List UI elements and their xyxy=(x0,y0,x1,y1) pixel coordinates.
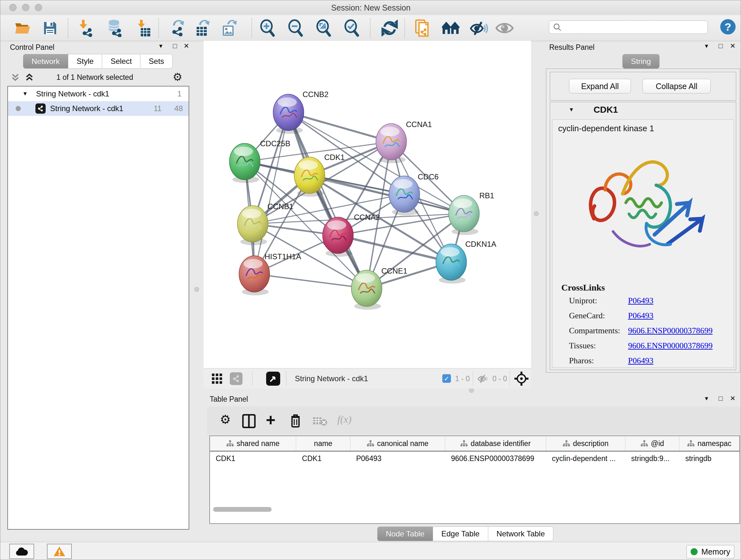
tab-network-table[interactable]: Network Table xyxy=(488,526,554,541)
export-table-icon[interactable] xyxy=(193,19,211,37)
warnings-button[interactable] xyxy=(47,544,72,559)
import-network-file-icon[interactable] xyxy=(77,19,95,37)
grid-view-icon[interactable] xyxy=(211,373,223,384)
tab-network[interactable]: Network xyxy=(23,54,68,69)
selected-nodes-checkbox[interactable]: ✓ xyxy=(442,374,451,383)
export-image-icon[interactable] xyxy=(220,19,238,37)
horizontal-scrollbar-thumb[interactable] xyxy=(213,507,272,512)
node-CCNE1[interactable]: CCNE1 xyxy=(351,266,407,310)
node-RB1[interactable]: RB1 xyxy=(449,191,494,235)
node-CDKN1A[interactable]: CDKN1A xyxy=(436,240,496,284)
help-button[interactable]: ? xyxy=(720,19,736,35)
node-CDC25B[interactable]: CDC25B xyxy=(229,139,290,183)
network-options-gear-icon[interactable]: ⚙ xyxy=(173,71,182,83)
home-networks-icon[interactable] xyxy=(442,19,460,37)
table-row[interactable]: CDK1CDK1P064939606.ENSP00000378699cyclin… xyxy=(210,451,739,465)
node-HIST1H1A[interactable]: HIST1H1A xyxy=(239,252,301,295)
add-column-icon[interactable]: + xyxy=(266,412,275,428)
refresh-icon[interactable] xyxy=(381,19,399,37)
network-share-icon[interactable] xyxy=(230,372,243,385)
node-CCNB2[interactable]: CCNB2 xyxy=(273,90,328,134)
tab-string[interactable]: String xyxy=(622,54,660,69)
column-header-shared-name[interactable]: shared name xyxy=(210,436,296,451)
crosslink-value-link[interactable]: P06493 xyxy=(628,356,653,366)
tree-expand-icon[interactable]: ▼ xyxy=(8,91,28,97)
column-label: canonical name xyxy=(377,439,428,448)
bottom-splitter-grip[interactable] xyxy=(469,388,474,393)
tab-node-table[interactable]: Node Table xyxy=(377,526,433,541)
crosslink-value-link[interactable]: 9606.ENSP00000378699 xyxy=(628,326,713,335)
control-panel-menu-button[interactable]: ▼ xyxy=(155,43,166,50)
zoom-in-icon[interactable] xyxy=(259,19,277,37)
expand-all-button[interactable]: Expand All xyxy=(569,79,631,94)
search-input[interactable] xyxy=(561,22,703,32)
column-header-namespac[interactable]: namespac xyxy=(679,436,739,451)
delete-column-trash-icon[interactable] xyxy=(289,414,301,428)
crosslinks-list: Uniprot:P06493GeneCard:P06493Compartment… xyxy=(569,296,729,371)
crosslink-value-link[interactable]: P06493 xyxy=(628,311,653,320)
results-panel-close-button[interactable]: ✕ xyxy=(727,42,738,50)
column-tree-icon xyxy=(461,440,468,447)
node-label-CCNA1: CCNA1 xyxy=(406,120,432,129)
toolbar-separator xyxy=(286,371,286,386)
column-header-canonical-name[interactable]: canonical name xyxy=(350,436,445,451)
column-header-@id[interactable]: @id xyxy=(625,436,680,451)
toolbar-separator xyxy=(370,18,370,38)
show-columns-icon[interactable] xyxy=(242,414,256,428)
tab-edge-table[interactable]: Edge Table xyxy=(433,526,488,541)
left-splitter-grip[interactable] xyxy=(194,287,199,292)
export-network-icon[interactable] xyxy=(169,19,187,37)
birdseye-view-icon[interactable] xyxy=(266,372,280,386)
cloud-status-button[interactable] xyxy=(9,544,34,559)
network-collection-row[interactable]: ▼ String Network - cdk1 1 xyxy=(8,86,189,101)
edge-CCNB2-CCNA1[interactable] xyxy=(288,112,391,142)
edge-CCNB2-HIST1H1A[interactable] xyxy=(254,112,288,274)
gene-description: cyclin-dependent kinase 1 xyxy=(558,124,654,133)
zoom-selected-icon[interactable] xyxy=(343,19,361,37)
crosslink-value-link[interactable]: 9606.ENSP00000378699 xyxy=(628,341,713,351)
column-header-description[interactable]: description xyxy=(546,436,625,451)
network-row[interactable]: String Network - cdk1 11 48 xyxy=(8,101,189,116)
results-panel-menu-button[interactable]: ▼ xyxy=(701,43,712,50)
open-session-icon[interactable] xyxy=(14,19,31,37)
node-CCNA1[interactable]: CCNA1 xyxy=(376,120,432,163)
import-network-database-icon[interactable] xyxy=(106,19,124,37)
hide-show-graphics-icon[interactable] xyxy=(470,19,488,37)
node-CDC6[interactable]: CDC6 xyxy=(389,172,439,215)
fit-selected-crosshair-icon[interactable] xyxy=(514,371,529,386)
zoom-fit-icon[interactable] xyxy=(315,19,333,37)
help-icon: ? xyxy=(725,21,731,33)
network-canvas[interactable]: CCNB2CCNA1CDC25BCDK1CDC6RB1CCNB1CCNA2CDK… xyxy=(204,41,531,368)
status-bar: Memory xyxy=(0,542,741,560)
control-panel-close-button[interactable]: ✕ xyxy=(181,42,192,50)
collapse-all-button[interactable]: Collapse All xyxy=(643,79,711,94)
table-panel-float-button[interactable]: □ xyxy=(715,395,726,402)
import-table-file-icon[interactable] xyxy=(135,19,153,37)
edge-CCNA2-CDKN1A[interactable] xyxy=(338,235,451,262)
network-from-clipboard-icon[interactable] xyxy=(414,19,432,37)
tab-sets[interactable]: Sets xyxy=(140,54,173,69)
tab-select[interactable]: Select xyxy=(102,54,140,69)
column-header-name[interactable]: name xyxy=(296,436,350,451)
tab-style[interactable]: Style xyxy=(68,54,102,69)
edge-HIST1H1A-CCNE1[interactable] xyxy=(254,274,367,288)
column-label: shared name xyxy=(237,439,280,448)
table-panel-close-button[interactable]: ✕ xyxy=(727,395,738,402)
column-tree-icon xyxy=(367,440,374,447)
table-options-gear-icon[interactable]: ⚙ xyxy=(220,414,231,426)
crosslink-value-link[interactable]: P06493 xyxy=(628,296,653,306)
control-panel-float-button[interactable]: □ xyxy=(170,42,180,50)
node-label-CDK1: CDK1 xyxy=(324,153,345,162)
memory-button[interactable]: Memory xyxy=(686,545,734,558)
edge-CCNB2-CCNE1[interactable] xyxy=(288,112,367,288)
zoom-out-icon[interactable] xyxy=(287,19,305,37)
right-splitter-grip[interactable] xyxy=(534,211,539,216)
show-graphics-details-icon[interactable] xyxy=(495,19,514,37)
save-session-icon[interactable] xyxy=(41,19,59,37)
column-header-database-identifier[interactable]: database identifier xyxy=(445,436,546,451)
gene-collapse-icon[interactable]: ▼ xyxy=(569,107,574,113)
node-CCNB1[interactable]: CCNB1 xyxy=(238,202,293,245)
table-panel-menu-button[interactable]: ▼ xyxy=(701,395,712,402)
results-panel-float-button[interactable]: □ xyxy=(715,42,726,50)
control-panel-tabs: NetworkStyleSelectSets xyxy=(23,54,173,69)
